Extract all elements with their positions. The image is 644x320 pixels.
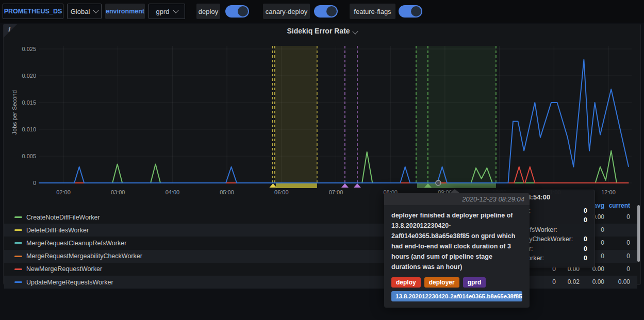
legend-table-value: 0 — [599, 252, 630, 260]
series-color-dash-icon[interactable] — [14, 229, 22, 231]
y-axis-tick: 0 — [5, 180, 36, 186]
hover-series-value: 0 — [584, 215, 587, 225]
chevron-down-icon — [352, 28, 358, 34]
panel-title[interactable]: Sidekiq Error Rate — [0, 27, 644, 35]
hover-series-value: 0 — [584, 244, 587, 254]
annotation-tag-deployer[interactable]: deployer — [424, 277, 459, 288]
legend-series-name[interactable]: DeleteDiffFilesWorker — [26, 227, 89, 234]
x-axis-tick: 02:00 — [52, 189, 75, 195]
annotation-time: 2020-12-23 08:29:04 — [384, 193, 530, 205]
annotation-tag-gprd[interactable]: gprd — [463, 277, 486, 288]
y-axis-tick: 0.005 — [5, 153, 36, 159]
x-axis-tick: 04:00 — [161, 189, 184, 195]
legend-series-name[interactable]: UpdateMergeRequestsWorker — [26, 279, 113, 286]
y-axis-tick: 0.015 — [5, 99, 36, 106]
annotation-tooltip: 2020-12-23 08:29:04 deployer finished a … — [384, 193, 530, 308]
series-color-dash-icon[interactable] — [14, 268, 22, 270]
legend-scrollbar-thumb[interactable] — [637, 205, 640, 262]
legend-table-value: 0 — [599, 265, 630, 273]
tooltip-arrow-icon — [450, 189, 460, 193]
legend-series-name[interactable]: NewMergeRequestWorker — [26, 265, 102, 273]
annotation-tag-deploy[interactable]: deploy — [391, 277, 421, 288]
series-line-NewMergeRequestWorker — [39, 167, 629, 183]
annotation-text: deployer finished a deployer pipeline of… — [391, 210, 522, 272]
x-axis-tick: 12:00 — [597, 189, 620, 195]
series-color-dash-icon[interactable] — [14, 281, 22, 283]
legend-table-value: 0.00 — [599, 278, 630, 285]
y-axis-tick: 0.025 — [5, 46, 36, 52]
x-axis-tick: 05:00 — [216, 189, 238, 195]
annotation-version-tag[interactable]: 13.8.202012230420-2af014e0365.b8a65e38f8… — [391, 291, 522, 301]
hover-series-value: 0 — [584, 254, 587, 263]
hover-series-value: 0 — [584, 206, 587, 215]
x-axis-tick: 03:00 — [107, 189, 129, 195]
panel-title-text: Sidekiq Error Rate — [287, 27, 350, 35]
series-color-dash-icon[interactable] — [14, 256, 22, 257]
grafana-dashboard: { "toolbar": { "datasource_label": "PROM… — [0, 0, 644, 320]
legend-series-name[interactable]: CreateNoteDiffFileWorker — [26, 214, 100, 221]
legend-table-header-current[interactable]: current — [599, 202, 630, 209]
y-axis-tick: 0.010 — [5, 126, 36, 132]
series-line-CreateNoteDiffFileWorker — [39, 151, 629, 183]
x-axis-tick: 06:00 — [270, 189, 293, 195]
series-color-dash-icon[interactable] — [14, 216, 22, 218]
series-line-UpdateMergeRequestsWorker — [39, 60, 629, 183]
legend-table-value: 0 — [599, 239, 630, 246]
legend-series-name[interactable]: MergeRequestCleanupRefsWorker — [26, 240, 126, 247]
annotation-tags: deploydeployergprd — [391, 277, 522, 288]
hover-series-value: 0 — [584, 234, 587, 244]
y-axis-tick: 0.020 — [5, 73, 36, 79]
x-axis-tick: 07:00 — [325, 189, 348, 195]
legend-series-name[interactable]: MergeRequestMergeabilityCheckWorker — [26, 252, 142, 260]
legend-table-value: 0 — [599, 213, 630, 221]
series-color-dash-icon[interactable] — [14, 242, 22, 244]
y-axis-title: Jobs per Second — [11, 81, 18, 143]
